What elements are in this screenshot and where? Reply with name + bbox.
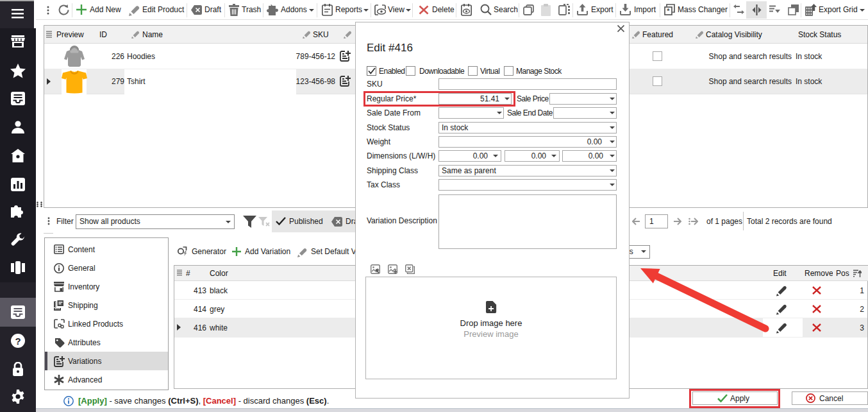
svg-text:?: ? — [15, 336, 21, 347]
svg-text:*: * — [667, 7, 670, 15]
